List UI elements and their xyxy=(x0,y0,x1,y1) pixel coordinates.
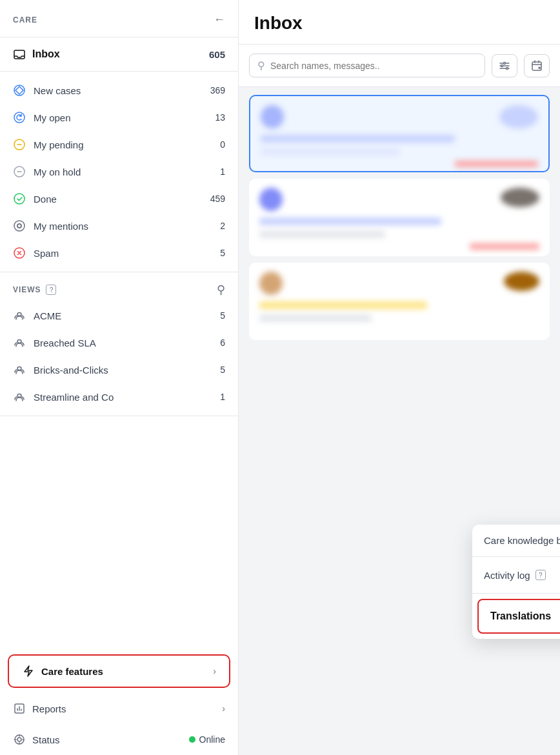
bolt-icon xyxy=(22,665,35,678)
view-icon-acme xyxy=(13,309,26,322)
circle-minus-icon xyxy=(13,165,26,178)
done-count: 459 xyxy=(210,194,225,204)
care-knowledge-base-item[interactable]: Care knowledge base ↗ xyxy=(472,525,560,557)
sidebar-item-my-open[interactable]: My open 13 xyxy=(0,104,238,131)
svg-point-9 xyxy=(17,313,21,316)
svg-point-15 xyxy=(17,738,21,741)
conversation-card-3[interactable] xyxy=(249,263,550,340)
my-pending-label: My pending xyxy=(34,139,84,150)
sidebar: CARE ← Inbox 605 New cases xyxy=(0,0,239,755)
svg-point-12 xyxy=(17,394,21,398)
my-pending-count: 0 xyxy=(220,139,225,150)
views-search-icon[interactable]: ⚲ xyxy=(217,283,225,297)
bricks-label: Bricks-and-Clicks xyxy=(34,365,108,376)
activity-log-row: Activity log ? ON xyxy=(472,557,560,594)
reports-row[interactable]: Reports › xyxy=(0,693,238,724)
card-area xyxy=(239,87,560,348)
status-icon xyxy=(13,733,26,746)
sidebar-header: CARE ← xyxy=(0,0,238,37)
svg-point-6 xyxy=(14,221,25,231)
streamline-count: 1 xyxy=(220,392,225,402)
care-features-row[interactable]: Care features › xyxy=(8,654,230,688)
my-open-label: My open xyxy=(34,112,71,123)
my-on-hold-count: 1 xyxy=(220,166,225,177)
spam-label: Spam xyxy=(34,248,59,259)
sidebar-item-spam[interactable]: Spam 5 xyxy=(0,239,238,267)
inbox-count: 605 xyxy=(209,49,225,60)
done-label: Done xyxy=(34,194,57,205)
status-value: Online xyxy=(199,734,225,745)
filter-button[interactable] xyxy=(492,54,517,77)
nav-section: New cases 369 My open 13 xyxy=(0,72,238,272)
at-icon xyxy=(13,219,26,232)
streamline-label: Streamline and Co xyxy=(34,392,114,403)
my-mentions-label: My mentions xyxy=(34,221,88,232)
sidebar-item-breached-sla[interactable]: Breached SLA 6 xyxy=(0,329,238,356)
sidebar-item-done[interactable]: Done 459 xyxy=(0,185,238,212)
main-toolbar: ⚲ xyxy=(239,45,560,87)
translations-label: Translations xyxy=(490,610,551,621)
svg-point-10 xyxy=(17,340,21,343)
inbox-left: Inbox xyxy=(13,48,60,61)
care-features-label: Care features xyxy=(41,666,103,677)
sidebar-item-bricks-and-clicks[interactable]: Bricks-and-Clicks 5 xyxy=(0,356,238,383)
main-content: Inbox ⚲ xyxy=(239,0,560,755)
translations-item[interactable]: Translations xyxy=(477,599,560,634)
circle-arrow-icon xyxy=(13,111,26,124)
sidebar-item-my-pending[interactable]: My pending 0 xyxy=(0,131,238,158)
view-icon-streamline xyxy=(13,390,26,403)
sidebar-item-my-on-hold[interactable]: My on hold 1 xyxy=(0,158,238,185)
spam-count: 5 xyxy=(220,248,225,258)
main-header: Inbox xyxy=(239,0,560,45)
status-row[interactable]: Status Online xyxy=(0,724,238,755)
view-icon-breached-sla xyxy=(13,336,26,349)
activity-log-label: Activity log xyxy=(484,570,530,581)
sidebar-bottom: Care features › Reports › xyxy=(0,649,238,755)
diamond-icon xyxy=(13,84,26,97)
status-online: Online xyxy=(189,734,225,745)
breached-sla-count: 6 xyxy=(220,337,225,348)
acme-label: ACME xyxy=(34,310,61,321)
knowledge-base-label: Care knowledge base xyxy=(484,535,560,546)
svg-rect-19 xyxy=(532,62,541,70)
reports-label: Reports xyxy=(32,703,66,714)
circle-check-green-icon xyxy=(13,192,26,205)
new-cases-label: New cases xyxy=(34,85,81,96)
views-help-icon[interactable]: ? xyxy=(46,285,56,295)
circle-x-red-icon xyxy=(13,247,26,259)
status-dot xyxy=(189,736,195,743)
inbox-row[interactable]: Inbox 605 xyxy=(0,37,238,72)
new-cases-count: 369 xyxy=(210,85,225,96)
status-label: Status xyxy=(32,734,60,745)
sidebar-item-my-mentions[interactable]: My mentions 2 xyxy=(0,212,238,239)
schedule-button[interactable] xyxy=(524,54,550,77)
sidebar-item-streamline[interactable]: Streamline and Co 1 xyxy=(0,383,238,410)
my-mentions-count: 2 xyxy=(220,221,225,231)
bricks-count: 5 xyxy=(220,365,225,375)
my-open-count: 13 xyxy=(215,112,225,123)
svg-point-11 xyxy=(17,367,21,370)
page-title: Inbox xyxy=(254,13,303,33)
search-input[interactable] xyxy=(270,61,477,71)
acme-count: 5 xyxy=(220,310,225,321)
activity-log-help-icon[interactable]: ? xyxy=(535,570,546,580)
views-header: VIEWS ? ⚲ xyxy=(0,272,238,302)
sidebar-item-acme[interactable]: ACME 5 xyxy=(0,302,238,329)
sidebar-item-new-cases[interactable]: New cases 369 xyxy=(0,77,238,104)
views-label: VIEWS xyxy=(13,285,41,294)
inbox-label: Inbox xyxy=(32,48,60,60)
care-features-chevron-icon: › xyxy=(213,666,216,676)
reports-icon xyxy=(13,702,26,715)
care-title: CARE xyxy=(13,15,37,25)
conversation-card-1[interactable] xyxy=(249,95,550,172)
inbox-icon xyxy=(13,48,26,61)
view-icon-bricks xyxy=(13,363,26,376)
popup-menu: Care knowledge base ↗ Activity log ? ON … xyxy=(472,525,560,639)
svg-point-5 xyxy=(14,194,25,204)
search-bar[interactable]: ⚲ xyxy=(249,54,485,77)
search-icon: ⚲ xyxy=(257,59,265,72)
my-on-hold-label: My on hold xyxy=(34,166,81,177)
svg-point-2 xyxy=(14,112,25,123)
conversation-card-2[interactable] xyxy=(249,179,550,256)
back-icon[interactable]: ← xyxy=(214,13,225,26)
